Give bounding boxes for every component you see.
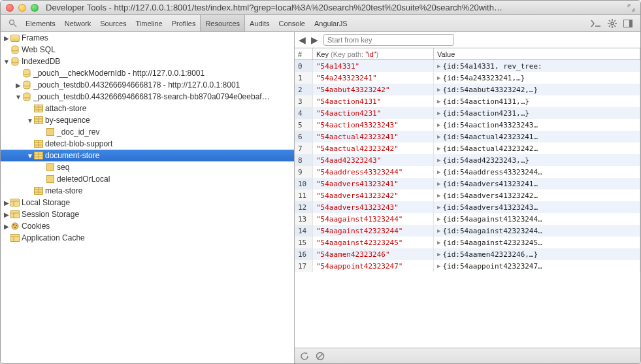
disclosure-icon[interactable]: ▶: [437, 157, 440, 163]
tree-item[interactable]: _doc_id_rev: [1, 126, 294, 138]
tree-item[interactable]: ▶Cookies: [1, 220, 294, 232]
tree-item[interactable]: Web SQL: [1, 44, 294, 56]
header-value[interactable]: Value: [434, 48, 640, 59]
disclosure-icon[interactable]: ▶: [3, 199, 10, 207]
table-row[interactable]: 5"54aaction43323243"▶{id:54aaction433232…: [295, 119, 640, 131]
row-index: 9: [295, 166, 313, 178]
expand-icon[interactable]: [627, 4, 635, 12]
disclosure-icon[interactable]: ▶: [15, 82, 22, 89]
tab-console[interactable]: Console: [274, 15, 310, 31]
tree-item[interactable]: ▶Frames: [1, 32, 294, 44]
tree-item[interactable]: ▼_pouch_testdb0.4432666946668178-search-…: [1, 91, 294, 103]
table-row[interactable]: 2"54aabut43323242"▶{id:54aabut43323242,……: [295, 84, 640, 95]
table-row[interactable]: 16"54aamen42323246"▶{id:54aamen42323246,…: [295, 248, 640, 260]
row-value: ▶{id:54aaction4231,…}: [434, 107, 640, 119]
disclosure-icon[interactable]: ▼: [3, 58, 10, 65]
tree-item-label: seq: [57, 163, 69, 172]
disclosure-icon[interactable]: ▶: [437, 122, 440, 128]
tab-resources[interactable]: Resources: [200, 15, 245, 31]
tree-item[interactable]: deletedOrLocal: [1, 173, 294, 185]
disclosure-icon[interactable]: ▶: [437, 98, 440, 105]
table-row[interactable]: 0"54a14331"▶{id:54a14331, rev_tree:: [295, 60, 640, 72]
table-row[interactable]: 8"54aad42323243"▶{id:54aad42323243,…}: [295, 154, 640, 166]
search-icon[interactable]: [5, 15, 21, 31]
disclosure-icon[interactable]: ▼: [15, 93, 22, 101]
table-row[interactable]: 6"54aactual42323241"▶{id:54aactual423232…: [295, 131, 640, 142]
tree-item[interactable]: ▶_pouch_testdb0.4432666946668178 - http:…: [1, 79, 294, 91]
disclosure-icon[interactable]: ▶: [437, 216, 440, 222]
table-row[interactable]: 11"54aadvers41323242"▶{id:54aadvers41323…: [295, 190, 640, 201]
disclosure-icon[interactable]: ▼: [27, 152, 33, 159]
disclosure-icon[interactable]: ▶: [437, 251, 440, 257]
minimize-button[interactable]: [18, 4, 26, 12]
tree-item[interactable]: ▶Local Storage: [1, 197, 294, 208]
tab-elements[interactable]: Elements: [21, 15, 60, 31]
disclosure-icon[interactable]: ▶: [437, 169, 440, 175]
svg-line-1: [14, 24, 16, 27]
tree-item-label: detect-blob-support: [45, 139, 112, 148]
row-index: 14: [295, 225, 313, 237]
header-key[interactable]: Key (Key path: "id"): [313, 48, 434, 59]
disclosure-icon[interactable]: ▶: [3, 223, 10, 230]
disclosure-icon[interactable]: ▶: [437, 239, 440, 246]
disclosure-icon[interactable]: ▶: [437, 86, 440, 93]
disclosure-icon[interactable]: ▶: [437, 263, 440, 269]
table-row[interactable]: 15"54aagainst42323245"▶{id:54aagainst423…: [295, 237, 640, 248]
dock-icon[interactable]: [623, 20, 633, 27]
tree-item[interactable]: detect-blob-support: [1, 138, 294, 150]
tab-profiles[interactable]: Profiles: [167, 15, 201, 31]
disclosure-icon[interactable]: ▶: [437, 180, 440, 187]
table-row[interactable]: 1"54a243323241"▶{id:54a243323241,…}: [295, 72, 640, 84]
svg-point-46: [16, 225, 17, 226]
table-row[interactable]: 3"54aaction4131"▶{id:54aaction4131,…}: [295, 95, 640, 107]
gear-icon[interactable]: [608, 19, 617, 28]
disclosure-icon[interactable]: ▶: [3, 35, 10, 42]
disclosure-icon[interactable]: ▶: [437, 204, 440, 210]
tab-audits[interactable]: Audits: [245, 15, 274, 31]
tree-item[interactable]: seq: [1, 161, 294, 173]
disclosure-icon[interactable]: ▼: [27, 117, 33, 124]
svg-line-7: [609, 20, 610, 22]
table-row[interactable]: 9"54aaddress43323244"▶{id:54aaddress4332…: [295, 166, 640, 178]
tab-network[interactable]: Network: [60, 15, 95, 31]
disclosure-icon[interactable]: ▶: [437, 74, 440, 81]
table-row[interactable]: 4"54aaction4231"▶{id:54aaction4231,…}: [295, 107, 640, 119]
zoom-button[interactable]: [31, 4, 39, 12]
tree-item-label: Web SQL: [22, 45, 56, 54]
disclosure-icon[interactable]: ▶: [437, 133, 440, 140]
row-value: ▶{id:54aad42323243,…}: [434, 154, 640, 166]
close-button[interactable]: [6, 4, 14, 12]
disclosure-icon[interactable]: ▶: [437, 63, 440, 69]
start-from-key-input[interactable]: [323, 34, 454, 46]
tab-timeline[interactable]: Timeline: [131, 15, 167, 31]
refresh-icon[interactable]: [300, 352, 309, 361]
table-row[interactable]: 17"54aappoint42323247"▶{id:54aappoint423…: [295, 260, 640, 272]
table-row[interactable]: 7"54aactual42323242"▶{id:54aactual423232…: [295, 142, 640, 154]
header-index[interactable]: #: [295, 48, 313, 59]
table-row[interactable]: 10"54aadvers41323241"▶{id:54aadvers41323…: [295, 178, 640, 190]
tab-sources[interactable]: Sources: [95, 15, 131, 31]
nav-prev-icon[interactable]: ◀: [299, 35, 306, 45]
tab-angularjs[interactable]: AngularJS: [310, 15, 352, 31]
tree-item[interactable]: _pouch__checkModernIdb - http://127.0.0.…: [1, 67, 294, 79]
tree-item[interactable]: attach-store: [1, 103, 294, 114]
tree-item[interactable]: ▼IndexedDB: [1, 56, 294, 67]
tree-item[interactable]: Application Cache: [1, 232, 294, 244]
tree-item[interactable]: ▼by-sequence: [1, 114, 294, 126]
tree-item[interactable]: ▼document-store: [1, 150, 294, 161]
disclosure-icon[interactable]: ▶: [437, 227, 440, 234]
nav-next-icon[interactable]: ▶: [311, 35, 318, 45]
table-row[interactable]: 14"54aagainst42323244"▶{id:54aagainst423…: [295, 225, 640, 237]
disclosure-icon[interactable]: ▶: [437, 145, 440, 152]
tree-item[interactable]: ▶Session Storage: [1, 208, 294, 220]
console-icon[interactable]: [591, 20, 601, 27]
disclosure-icon[interactable]: ▶: [437, 110, 440, 116]
table-row[interactable]: 12"54aadvers41323243"▶{id:54aadvers41323…: [295, 201, 640, 213]
clear-icon[interactable]: [316, 352, 325, 361]
disclosure-icon[interactable]: ▶: [437, 192, 440, 199]
tree-item[interactable]: meta-store: [1, 185, 294, 197]
row-index: 17: [295, 260, 313, 272]
row-index: 1: [295, 72, 313, 84]
disclosure-icon[interactable]: ▶: [3, 211, 10, 218]
table-row[interactable]: 13"54aagainst41323244"▶{id:54aagainst413…: [295, 213, 640, 225]
